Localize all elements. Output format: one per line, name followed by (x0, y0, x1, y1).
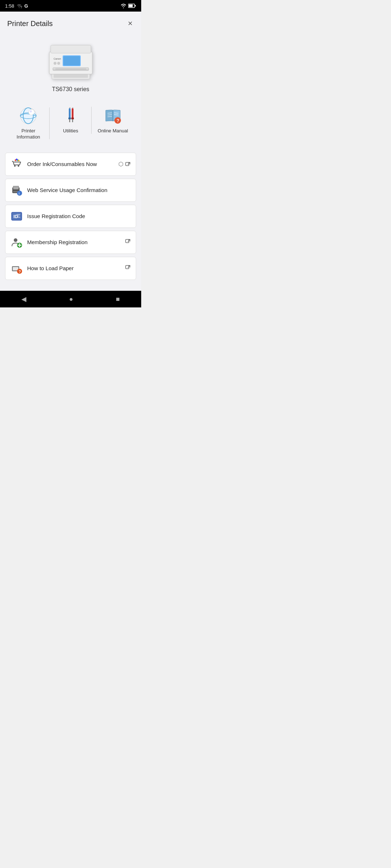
svg-rect-26 (72, 119, 73, 122)
status-bar: 1:58 ? G (0, 0, 141, 12)
wifi-signal-icon (120, 3, 127, 8)
web-service-icon: i (10, 184, 23, 196)
svg-rect-7 (51, 45, 91, 53)
how-to-load-paper-button[interactable]: ? How to Load Paper (5, 257, 136, 280)
svg-point-20 (30, 110, 32, 112)
svg-text:Canon: Canon (54, 58, 61, 60)
nav-bar: ◀ ● ■ (0, 291, 141, 307)
svg-text:?: ? (117, 118, 119, 123)
svg-line-31 (108, 115, 112, 115)
svg-line-34 (114, 115, 118, 115)
how-to-load-paper-external-icon (125, 265, 131, 272)
svg-point-38 (14, 165, 16, 167)
close-button[interactable]: × (126, 18, 134, 29)
svg-line-33 (114, 113, 118, 113)
svg-rect-2 (135, 5, 136, 7)
utilities-label: Utilities (63, 128, 78, 134)
utilities-button[interactable]: Utilities (50, 103, 92, 137)
icons-row: PrinterInformation (4, 96, 138, 147)
back-button[interactable]: ◀ (14, 292, 34, 306)
svg-rect-57 (17, 217, 20, 218)
issue-code-button[interactable]: ID Issue Registration Code (5, 205, 136, 228)
online-manual-label: Online Manual (98, 128, 128, 134)
svg-point-58 (14, 238, 17, 242)
svg-rect-3 (129, 5, 133, 7)
printer-information-icon (19, 106, 38, 125)
web-service-button[interactable]: i Web Service Usage Confirmation (5, 179, 136, 202)
home-button[interactable]: ● (62, 293, 80, 306)
online-manual-button[interactable]: ? Online Manual (92, 103, 134, 137)
svg-rect-23 (69, 119, 70, 122)
svg-text:i: i (19, 192, 20, 195)
svg-point-42 (16, 158, 18, 160)
page-header: Printer Details × (0, 12, 141, 33)
how-to-load-paper-label: How to Load Paper (27, 265, 122, 271)
page-title: Printer Details (7, 20, 53, 28)
status-right (120, 3, 136, 8)
web-service-label: Web Service Usage Confirmation (27, 187, 131, 193)
printer-information-label: PrinterInformation (17, 128, 40, 140)
membership-external-icon (125, 239, 131, 246)
svg-line-30 (108, 113, 112, 113)
order-ink-external-icon: ⬡ (118, 161, 131, 167)
main-content: Printer Details × Canon (0, 12, 141, 291)
printer-model-name: TS6730 series (52, 86, 89, 93)
svg-rect-24 (72, 108, 73, 119)
issue-code-label: Issue Registration Code (27, 213, 131, 219)
carrier-label: G (24, 3, 28, 9)
utilities-icon (61, 106, 80, 125)
wifi-icon: ? (16, 3, 22, 8)
status-left: 1:58 ? G (5, 3, 28, 9)
svg-point-43 (18, 160, 20, 161)
printer-svg: Canon (43, 41, 99, 82)
printer-image: Canon (42, 40, 100, 83)
svg-rect-22 (68, 118, 71, 119)
svg-rect-48 (13, 186, 18, 189)
order-ink-icon (10, 158, 23, 170)
svg-rect-55 (17, 214, 20, 215)
svg-point-39 (18, 165, 19, 167)
battery-icon (128, 4, 136, 8)
svg-rect-14 (55, 68, 86, 70)
svg-rect-5 (54, 74, 88, 78)
svg-rect-25 (71, 118, 74, 119)
issue-code-icon: ID (10, 210, 23, 222)
svg-point-12 (57, 62, 60, 65)
membership-button[interactable]: Membership Registration (5, 231, 136, 254)
svg-rect-56 (17, 216, 20, 216)
how-to-load-paper-icon: ? (10, 262, 23, 275)
time-display: 1:58 (5, 3, 14, 9)
order-ink-label: Order Ink/Consumables Now (27, 161, 115, 167)
printer-image-section: Canon TS6730 series (0, 33, 141, 96)
svg-rect-9 (63, 56, 80, 65)
printer-information-button[interactable]: PrinterInformation (7, 103, 50, 143)
order-ink-button[interactable]: Order Ink/Consumables Now ⬡ (5, 153, 136, 176)
recent-button[interactable]: ■ (109, 293, 127, 306)
svg-line-32 (108, 116, 112, 117)
membership-icon (10, 236, 23, 248)
svg-rect-66 (13, 267, 18, 270)
svg-text:?: ? (19, 269, 21, 273)
online-manual-icon: ? (104, 106, 122, 125)
membership-label: Membership Registration (27, 239, 122, 245)
svg-rect-21 (69, 108, 71, 119)
svg-text:?: ? (20, 5, 22, 8)
svg-point-11 (54, 62, 56, 65)
list-section: Order Ink/Consumables Now ⬡ (0, 147, 141, 284)
